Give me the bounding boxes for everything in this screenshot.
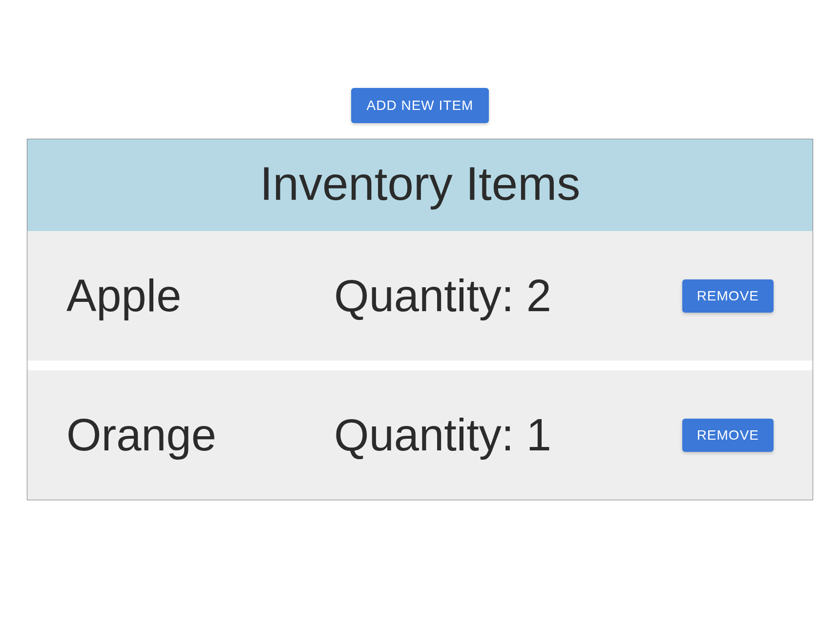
remove-button[interactable]: REMOVE [682,279,774,313]
item-quantity: Quantity: 2 [334,270,682,321]
inventory-list: Apple Quantity: 2 REMOVE Orange Quantity… [27,231,813,500]
panel-title: Inventory Items [27,157,813,211]
panel-header: Inventory Items [27,139,813,231]
quantity-value: 1 [526,410,551,460]
item-quantity: Quantity: 1 [334,409,682,461]
quantity-value: 2 [526,271,551,320]
quantity-label: Quantity: [334,410,526,460]
item-name: Apple [66,270,334,321]
quantity-label: Quantity: [334,271,526,320]
list-item: Orange Quantity: 1 REMOVE [27,370,813,500]
inventory-panel: Inventory Items Apple Quantity: 2 REMOVE… [27,139,813,500]
item-name: Orange [66,409,334,461]
add-new-item-button[interactable]: ADD NEW ITEM [351,88,489,123]
list-item: Apple Quantity: 2 REMOVE [27,231,813,361]
inventory-app: ADD NEW ITEM Inventory Items Apple Quant… [20,20,820,500]
remove-button[interactable]: REMOVE [682,419,774,452]
